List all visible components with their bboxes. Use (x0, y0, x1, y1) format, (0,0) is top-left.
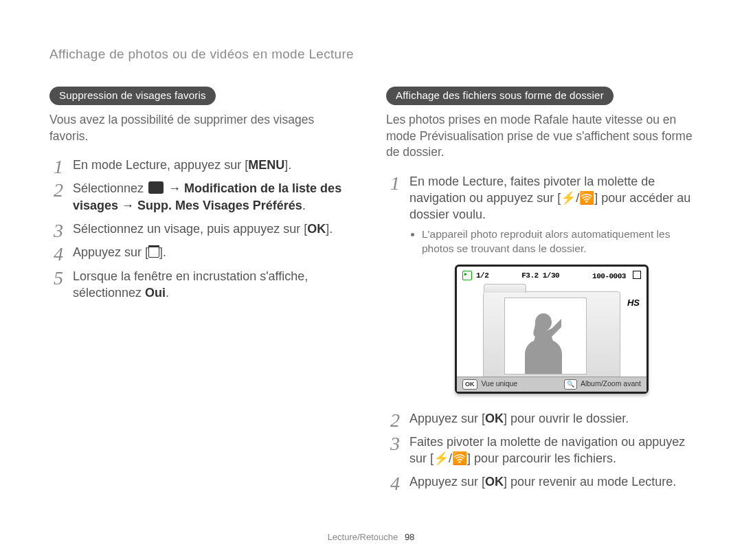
right-step-2: Appuyez sur [OK] pour ouvrir le dossier. (386, 407, 693, 431)
ok-key-icon: OK (307, 221, 326, 237)
right-steps: En mode Lecture, faites pivoter la molet… (386, 170, 693, 495)
photo-thumbnail (504, 298, 587, 374)
person-silhouette-icon (519, 309, 568, 374)
playmode-icon (462, 271, 472, 280)
flash-icon: ⚡ (434, 450, 449, 467)
text: En mode Lecture, appuyez sur [ (73, 158, 248, 172)
folder-icon (483, 291, 620, 379)
ok-key-icon: OK (485, 410, 504, 427)
left-step-5: Lorsque la fenêtre en incrustation s'aff… (49, 265, 356, 306)
trash-icon (148, 245, 159, 258)
left-steps: En mode Lecture, appuyez sur [MENU]. Sél… (49, 154, 356, 305)
page-footer: Lecture/Retouche 98 (0, 531, 742, 544)
zoom-chip-icon: 🔍 (564, 379, 577, 389)
text: Appuyez sur [ (409, 475, 485, 489)
camera-bottom-bar: OK Vue unique 🔍 Album/Zoom avant (457, 377, 647, 392)
left-step-2: Sélectionnez → Modification de la liste … (49, 177, 356, 218)
bottom-left-label: Vue unique (481, 379, 517, 388)
hs-badge: HS (627, 297, 640, 309)
text: ] pour parcourir les fichiers. (467, 451, 616, 465)
menu-key-icon: MENU (248, 157, 284, 173)
text: ] pour ouvrir le dossier. (504, 412, 629, 425)
bottom-right-label: Album/Zoom avant (581, 379, 641, 388)
arrow-icon: → (165, 181, 184, 195)
text: Lorsque la fenêtre en incrustation s'aff… (73, 269, 308, 300)
section-pill-right: Affichage des fichiers sous forme de dos… (386, 87, 614, 105)
two-column-layout: Suppression de visages favoris Vous avez… (49, 87, 693, 495)
text: Appuyez sur [ (409, 412, 485, 425)
bold-text: Oui (145, 286, 166, 300)
right-step-4: Appuyez sur [OK] pour revenir au mode Le… (386, 471, 693, 494)
image-counter: 1/2 (476, 271, 488, 281)
left-intro-text: Vous avez la possibilité de supprimer de… (49, 112, 356, 144)
note-item: L'appareil photo reproduit alors automat… (422, 226, 693, 258)
right-step-3: Faites pivoter la molette de navigation … (386, 431, 693, 471)
text: 100-0003 (592, 272, 626, 280)
right-intro-text: Les photos prises en mode Rafale haute v… (386, 112, 693, 161)
memory-icon (633, 271, 641, 279)
text: ]. (284, 158, 291, 172)
text: . (302, 199, 306, 212)
camera-screen: 1/2 F3.2 1/30 100-0003 HS (455, 265, 649, 394)
manual-page: Affichage de photos ou de vidéos en mode… (0, 0, 742, 495)
text: Sélectionnez un visage, puis appuyez sur… (73, 222, 307, 236)
breadcrumb: Affichage de photos ou de vidéos en mode… (49, 45, 693, 63)
bold-text: Supp. Mes Visages Préférés (137, 199, 302, 212)
right-column: Affichage des fichiers sous forme de dos… (386, 87, 693, 495)
page-number: 98 (405, 532, 414, 542)
text: Appuyez sur [ (73, 245, 148, 259)
arrow-icon: → (118, 199, 137, 212)
file-number: 100-0003 (592, 271, 641, 282)
ok-chip-icon: OK (462, 379, 477, 389)
text: . (166, 286, 169, 300)
text: ]. (159, 245, 166, 259)
left-step-1: En mode Lecture, appuyez sur [MENU]. (49, 154, 356, 177)
flash-icon: ⚡ (561, 190, 576, 206)
footer-section: Lecture/Retouche (328, 532, 398, 542)
folder-tab-icon (484, 284, 526, 293)
text: ] pour revenir au mode Lecture. (504, 475, 676, 489)
left-column: Suppression de visages favoris Vous avez… (49, 87, 356, 495)
album-icon (148, 181, 164, 194)
text: Sélectionnez (73, 181, 147, 195)
left-step-3: Sélectionnez un visage, puis appuyez sur… (49, 218, 356, 241)
camera-info-bar: 1/2 F3.2 1/30 100-0003 (462, 271, 641, 282)
right-step-1-note: L'appareil photo reproduit alors automat… (422, 226, 693, 258)
right-step-1: En mode Lecture, faites pivoter la molet… (386, 170, 693, 407)
wifi-icon: 🛜 (452, 450, 467, 467)
ok-key-icon: OK (485, 473, 504, 490)
section-pill-left: Suppression de visages favoris (49, 87, 216, 105)
camera-preview-illustration: 1/2 F3.2 1/30 100-0003 HS (455, 265, 647, 394)
text: ]. (326, 222, 333, 236)
left-step-4: Appuyez sur []. (49, 241, 356, 265)
exposure-readout: F3.2 1/30 (488, 271, 592, 281)
wifi-icon: 🛜 (579, 190, 594, 206)
